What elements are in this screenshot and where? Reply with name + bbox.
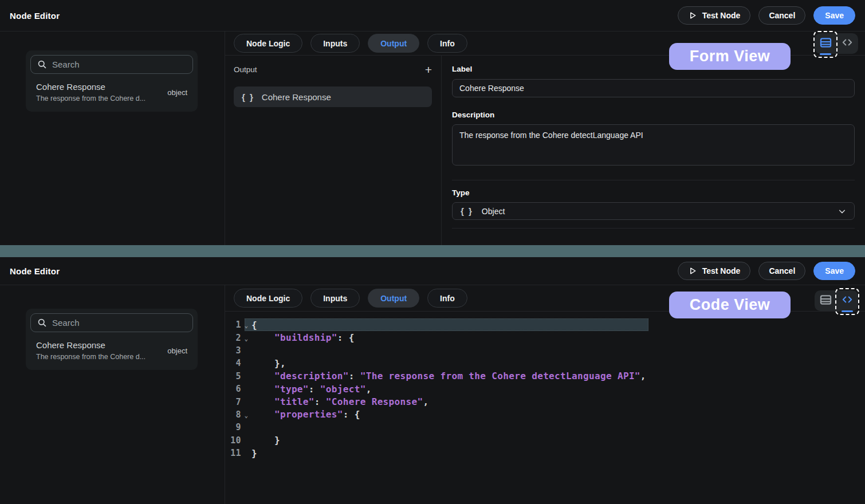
tab-output[interactable]: Output	[368, 289, 419, 308]
code-line-5[interactable]: 5 "description": "The response from the …	[225, 370, 865, 383]
json-code-editor[interactable]: 1⌄{2⌄ "buildship": {34 },5 "description"…	[225, 312, 865, 459]
code-text: "properties": {	[251, 409, 360, 420]
sidebar-node-title: Cohere Response	[36, 340, 146, 350]
code-view-main: Node LogicInputsOutputInfo 1⌄{2⌄ "builds…	[225, 285, 865, 504]
save-button[interactable]: Save	[813, 262, 855, 280]
active-line-highlight	[245, 318, 648, 331]
form-view-main: Node LogicInputsOutputInfo Output + { } …	[225, 32, 865, 245]
code-view-toggle[interactable]	[836, 290, 858, 311]
code-line-7[interactable]: 7 "title": "Cohere Response",	[225, 395, 865, 408]
code-view-icon	[842, 294, 853, 305]
output-item-label: Cohere Response	[262, 92, 331, 102]
line-number: 9	[226, 422, 241, 432]
page-title: Node Editor	[10, 11, 60, 21]
search-box[interactable]	[30, 313, 193, 332]
code-line-10[interactable]: 10 }	[225, 434, 865, 447]
code-line-4[interactable]: 4 },	[225, 357, 865, 369]
line-number: 4	[226, 358, 241, 368]
fold-spacer	[241, 388, 251, 390]
description-field-label: Description	[452, 111, 855, 119]
search-input[interactable]	[52, 60, 186, 69]
type-field-label: Type	[452, 188, 855, 197]
output-list-item[interactable]: { } Cohere Response	[234, 86, 432, 107]
test-node-label: Test Node	[702, 11, 741, 20]
page-title: Node Editor	[10, 266, 60, 276]
active-view-underline	[820, 53, 831, 56]
code-line-2[interactable]: 2⌄ "buildship": {	[225, 331, 865, 344]
code-text: }	[251, 435, 280, 446]
sidebar-node-description: The response from the Cohere d...	[36, 353, 146, 361]
save-button[interactable]: Save	[813, 6, 855, 25]
code-view-toggle[interactable]	[836, 33, 858, 54]
form-section-divider	[452, 228, 855, 229]
output-panel-title: Output	[234, 65, 257, 74]
active-view-underline	[842, 310, 853, 313]
play-icon	[688, 266, 697, 275]
description-field-textarea[interactable]: The response from the Cohere detectLangu…	[452, 124, 855, 166]
cancel-button[interactable]: Cancel	[758, 6, 805, 25]
sidebar-node-type-badge: object	[162, 346, 187, 355]
header-actions: Test Node Cancel Save	[678, 6, 855, 25]
search-box[interactable]	[30, 55, 193, 74]
view-toggle-group	[815, 33, 858, 54]
label-field-input[interactable]	[452, 79, 855, 97]
sidebar-card: Cohere Response The response from the Co…	[26, 309, 198, 370]
output-panel-header: Output +	[234, 64, 432, 76]
test-node-button[interactable]: Test Node	[678, 6, 751, 25]
code-text: "description": "The response from the Co…	[251, 371, 646, 381]
code-line-6[interactable]: 6 "type": "object",	[225, 383, 865, 395]
fold-chevron-icon[interactable]: ⌄	[241, 320, 251, 329]
sidebar-card: Cohere Response The response from the Co…	[26, 50, 198, 112]
code-line-3[interactable]: 3	[225, 344, 865, 357]
fold-chevron-icon[interactable]: ⌄	[241, 410, 251, 419]
output-form-content: Output + { } Cohere Response Label Descr…	[225, 56, 865, 245]
search-icon	[37, 60, 47, 69]
form-view-icon	[820, 37, 832, 48]
node-sidebar: Cohere Response The response from the Co…	[0, 32, 225, 245]
object-braces-icon: { }	[242, 92, 254, 102]
line-number: 3	[226, 345, 241, 356]
fold-spacer	[241, 452, 251, 454]
code-line-8[interactable]: 8⌄ "properties": {	[225, 408, 865, 421]
tab-node-logic[interactable]: Node Logic	[234, 34, 302, 53]
fold-chevron-icon[interactable]: ⌄	[241, 333, 251, 342]
form-view-badge: Form View	[669, 43, 791, 70]
search-input[interactable]	[52, 318, 186, 328]
form-view-toggle[interactable]	[815, 33, 836, 54]
sidebar-node-item[interactable]: Cohere Response The response from the Co…	[30, 74, 193, 103]
type-select[interactable]: { } Object	[452, 202, 855, 220]
tab-output[interactable]: Output	[368, 34, 419, 53]
test-node-label: Test Node	[702, 266, 741, 275]
code-text: {	[251, 320, 257, 330]
line-number: 11	[226, 448, 241, 458]
code-text: },	[251, 358, 286, 369]
fold-spacer	[241, 375, 251, 377]
line-number: 7	[226, 397, 241, 407]
tab-info[interactable]: Info	[427, 34, 467, 53]
node-editor-header: Node Editor Test Node Cancel Save	[0, 0, 865, 32]
form-section-divider	[452, 180, 855, 180]
tab-node-logic[interactable]: Node Logic	[234, 289, 302, 308]
code-line-9[interactable]: 9	[225, 421, 865, 434]
sidebar-node-item[interactable]: Cohere Response The response from the Co…	[30, 332, 193, 361]
tab-inputs[interactable]: Inputs	[310, 34, 360, 53]
play-icon	[688, 11, 697, 20]
code-line-11[interactable]: 11}	[225, 447, 865, 459]
code-text: "buildship": {	[251, 332, 355, 343]
fold-spacer	[241, 349, 251, 351]
test-node-button[interactable]: Test Node	[678, 262, 751, 280]
form-view-toggle[interactable]	[815, 290, 836, 311]
tab-info[interactable]: Info	[427, 289, 467, 308]
form-view-icon	[820, 294, 832, 305]
line-number: 6	[226, 384, 241, 394]
label-field-label: Label	[452, 65, 472, 73]
code-view-badge: Code View	[669, 292, 791, 318]
tab-inputs[interactable]: Inputs	[310, 289, 360, 308]
sidebar-node-title: Cohere Response	[36, 82, 146, 92]
code-line-1[interactable]: 1⌄{	[225, 318, 865, 331]
cancel-button[interactable]: Cancel	[758, 262, 805, 280]
add-output-icon[interactable]: +	[425, 64, 432, 76]
chevron-down-icon	[838, 207, 846, 215]
search-icon	[37, 318, 47, 328]
node-sidebar: Cohere Response The response from the Co…	[0, 285, 225, 504]
